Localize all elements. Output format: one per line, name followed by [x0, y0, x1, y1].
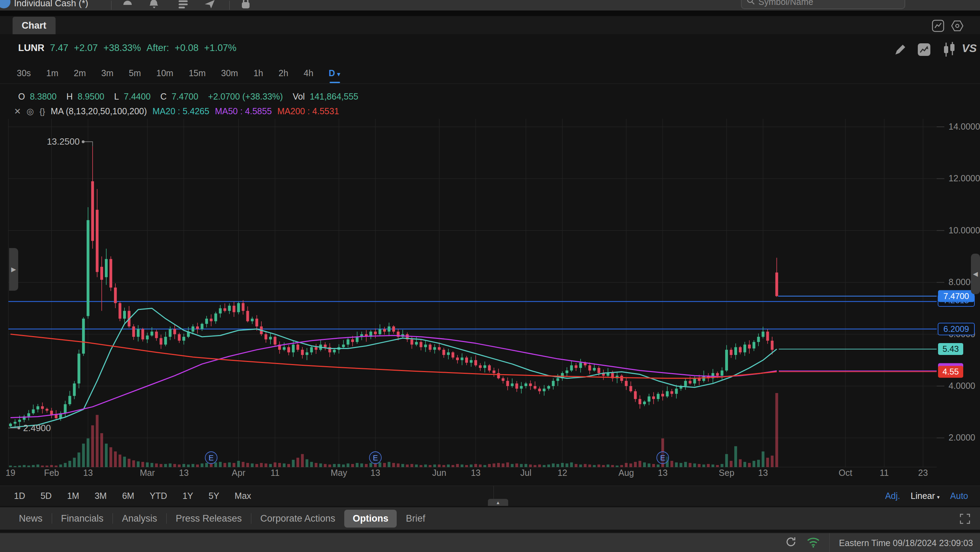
x-axis-label[interactable]: 11 [270, 468, 280, 477]
volume-bar [730, 461, 733, 467]
avatar[interactable] [0, 0, 11, 8]
range-5y[interactable]: 5Y [208, 491, 220, 501]
candlestick-chart[interactable]: EEE13.25002.490014.000012.000010.00008.0… [0, 0, 980, 552]
volume-bar [525, 464, 527, 467]
auto-scale-toggle[interactable]: Auto [950, 491, 968, 501]
volume-bar [264, 463, 267, 467]
volume-bar [625, 463, 628, 467]
range-6m[interactable]: 6M [122, 491, 134, 501]
volume-bar [488, 464, 491, 467]
candle-body [292, 344, 294, 352]
x-axis-label[interactable]: Aug [619, 468, 634, 477]
x-axis-label[interactable]: Oct [839, 468, 853, 477]
open-label: O [18, 92, 25, 102]
volume-bar [607, 465, 609, 467]
tab-analysis[interactable]: Analysis [122, 510, 157, 528]
candle-body [9, 424, 12, 426]
candle-body [388, 326, 390, 332]
x-axis-label[interactable]: 13 [471, 468, 480, 477]
range-buttons: 1D5D1M3M6MYTD1Y5YMax [14, 486, 251, 506]
candle-body [716, 373, 719, 376]
tab-press-releases[interactable]: Press Releases [176, 510, 242, 528]
ma200-line [11, 334, 776, 378]
candle-body [27, 413, 30, 416]
candle-body [648, 397, 651, 402]
volume-bar [132, 460, 135, 467]
candle-body [739, 347, 741, 352]
tab-corporate-actions[interactable]: Corporate Actions [260, 510, 336, 528]
left-panel-expand-handle[interactable]: ▶ [9, 248, 18, 291]
x-axis-label[interactable]: Jun [432, 468, 446, 477]
x-axis-label[interactable]: Mar [140, 468, 155, 477]
range-3m[interactable]: 3M [95, 491, 107, 501]
candle-body [283, 347, 286, 350]
news-list-icon[interactable] [177, 0, 189, 11]
candle-body [775, 273, 778, 296]
x-axis-label[interactable]: Apr [232, 468, 245, 477]
volume-bar [169, 463, 172, 467]
refresh-icon[interactable] [784, 536, 797, 550]
gauge-icon[interactable] [122, 0, 134, 11]
candle-body [547, 386, 550, 389]
tab-financials[interactable]: Financials [61, 510, 104, 528]
x-axis-label[interactable]: 13 [758, 468, 768, 477]
symbol-search-input[interactable]: Symbol/Name [741, 0, 905, 9]
adjusted-toggle[interactable]: Adj. [885, 491, 900, 501]
x-axis-label[interactable]: Jul [520, 468, 531, 477]
x-axis-label[interactable]: 13 [371, 468, 380, 477]
price-axis-label-text: 5.43 [943, 344, 959, 354]
volume-bar [602, 465, 605, 467]
range-1d[interactable]: 1D [14, 491, 25, 501]
expand-fullscreen-icon[interactable] [959, 513, 971, 526]
range-max[interactable]: Max [234, 491, 251, 501]
candle-body [638, 399, 641, 404]
volume-bar [506, 463, 509, 467]
x-axis-label[interactable]: 19 [6, 468, 15, 477]
candle-body [342, 344, 345, 347]
x-axis-label[interactable]: 23 [918, 468, 928, 477]
x-axis-label[interactable]: 13 [83, 468, 93, 477]
candle-body [114, 287, 117, 303]
range-ytd[interactable]: YTD [150, 491, 167, 501]
mini-chart-panel-icon[interactable] [931, 19, 945, 34]
divider [829, 533, 830, 552]
x-axis-label[interactable]: Feb [44, 468, 59, 477]
settings-gear-icon[interactable] [950, 19, 965, 34]
range-5d[interactable]: 5D [41, 491, 52, 501]
x-axis-label[interactable]: 12 [557, 468, 567, 477]
candle-body [205, 319, 208, 324]
scale-mode-dropdown[interactable]: Linear▾ [911, 491, 940, 501]
tab-chart[interactable]: Chart [13, 17, 56, 34]
x-axis-label[interactable]: 13 [179, 468, 189, 477]
alerts-bell-icon[interactable] [148, 0, 162, 11]
candle-body [488, 365, 491, 371]
volume-bar [55, 466, 58, 467]
indicator-settings-icon[interactable]: ◎ [27, 106, 34, 116]
candle-body [196, 326, 199, 329]
candle-body [734, 347, 737, 355]
range-1y[interactable]: 1Y [183, 491, 193, 501]
send-icon[interactable] [204, 0, 216, 11]
x-axis-label[interactable]: May [331, 468, 347, 477]
indicator-braces-icon[interactable]: {} [40, 106, 45, 116]
tab-news[interactable]: News [19, 510, 43, 528]
volume-bar [59, 465, 62, 467]
lock-icon[interactable] [240, 0, 251, 11]
tab-options[interactable]: Options [344, 510, 397, 528]
triangle-up-icon: ▲ [496, 500, 501, 505]
x-axis-label[interactable]: 13 [658, 468, 668, 477]
collapse-panel-tab[interactable]: ▲ [488, 499, 508, 506]
right-panel-expand-handle[interactable]: ◀ [971, 254, 980, 294]
x-axis-label[interactable]: Sep [719, 468, 734, 477]
account-label[interactable]: Individual Cash (*) [14, 0, 88, 9]
volume-bar [648, 463, 651, 467]
candle-body [310, 347, 313, 352]
range-1m[interactable]: 1M [67, 491, 80, 501]
candle-body [433, 347, 436, 350]
candle-body [232, 306, 235, 312]
candle-body [100, 267, 103, 280]
tab-brief[interactable]: Brief [406, 510, 425, 528]
remove-indicator-icon[interactable]: ✕ [14, 106, 21, 116]
ma-config-label[interactable]: MA (8,13,20,50,100,200) [51, 106, 147, 116]
x-axis-label[interactable]: 11 [880, 468, 889, 477]
